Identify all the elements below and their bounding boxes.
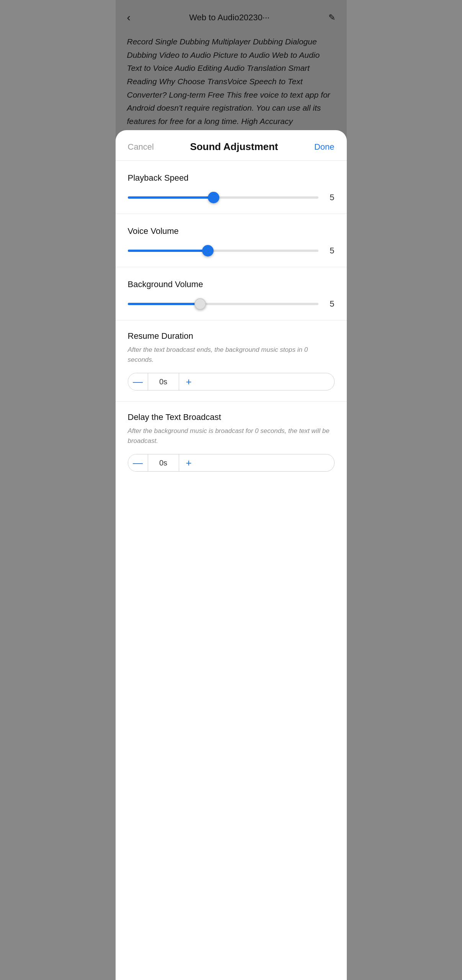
delay-broadcast-description: After the background music is broadcast … [128,426,335,446]
voice-volume-label: Voice Volume [128,226,335,236]
background-volume-fill [128,303,200,305]
background-volume-label: Background Volume [128,279,335,289]
resume-duration-increment[interactable]: + [179,373,199,390]
top-bar: ‹ Web to Audio20230··· ✎ [127,8,335,24]
background-volume-slider[interactable] [128,297,318,311]
voice-volume-fill [128,250,208,252]
voice-volume-thumb[interactable] [202,245,214,256]
sheet-header: Cancel Sound Adjustment Done [116,130,347,161]
delay-broadcast-stepper: — 0s + [128,454,335,472]
background-volume-row: 5 [128,297,335,311]
delay-broadcast-section: Delay the Text Broadcast After the backg… [116,402,347,482]
delay-broadcast-increment[interactable]: + [179,454,199,471]
playback-speed-row: 5 [128,191,335,204]
delay-broadcast-title: Delay the Text Broadcast [128,412,335,422]
playback-speed-fill [128,196,214,199]
playback-speed-label: Playback Speed [128,173,335,183]
background-volume-thumb[interactable] [194,298,206,310]
resume-duration-description: After the text broadcast ends, the backg… [128,345,335,364]
resume-duration-value: 0s [148,373,179,390]
sheet-title: Sound Adjustment [190,141,278,153]
delay-broadcast-value: 0s [148,454,179,471]
playback-speed-value: 5 [325,193,335,203]
voice-volume-value: 5 [325,246,335,256]
done-button[interactable]: Done [314,142,335,152]
voice-volume-slider[interactable] [128,244,318,258]
playback-speed-thumb[interactable] [208,192,219,203]
page-title: Web to Audio20230··· [189,13,269,23]
background-volume-track [128,303,318,305]
cancel-button[interactable]: Cancel [128,142,154,152]
voice-volume-row: 5 [128,244,335,258]
resume-duration-stepper: — 0s + [128,373,335,390]
background-text: Record Single Dubbing Multiplayer Dubbin… [127,35,335,128]
playback-speed-slider[interactable] [128,191,318,204]
background-volume-value: 5 [325,299,335,309]
playback-speed-track [128,196,318,199]
background-volume-section: Background Volume 5 [116,267,347,320]
voice-volume-track [128,250,318,252]
playback-speed-section: Playback Speed 5 [116,161,347,214]
voice-volume-section: Voice Volume 5 [116,214,347,267]
resume-duration-decrement[interactable]: — [128,373,148,390]
resume-duration-section: Resume Duration After the text broadcast… [116,320,347,402]
delay-broadcast-decrement[interactable]: — [128,454,148,471]
sound-adjustment-sheet: Cancel Sound Adjustment Done Playback Sp… [116,130,347,980]
back-button[interactable]: ‹ [127,11,131,24]
edit-icon[interactable]: ✎ [328,13,335,23]
resume-duration-title: Resume Duration [128,331,335,341]
